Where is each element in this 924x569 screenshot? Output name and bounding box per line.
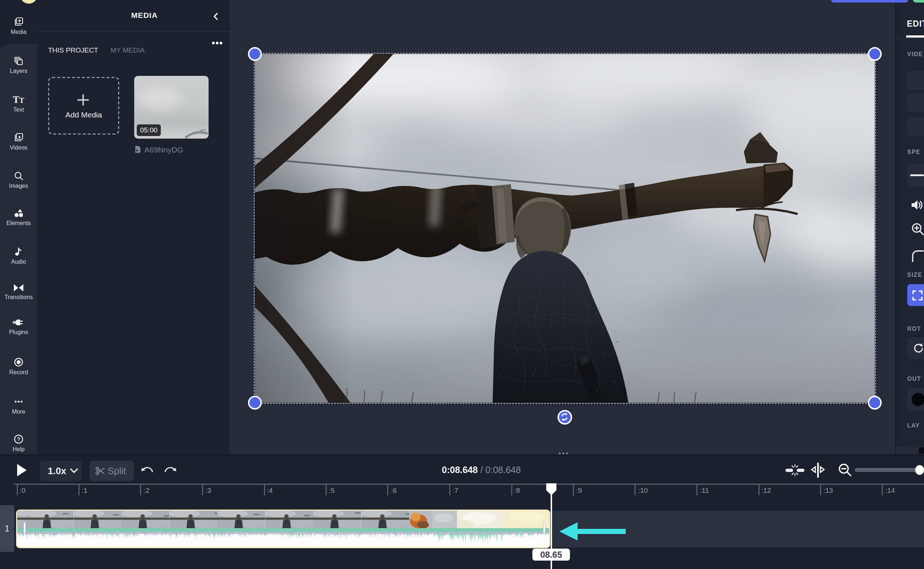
svg-text:T: T [19, 96, 24, 104]
svg-text:?: ? [17, 436, 20, 442]
svg-text:T: T [13, 94, 19, 105]
